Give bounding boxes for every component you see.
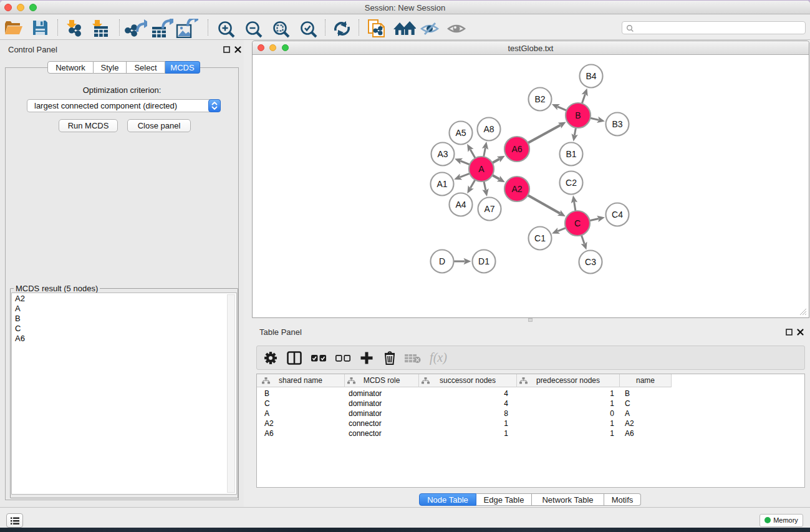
import-table[interactable] — [91, 19, 111, 37]
show-column[interactable] — [287, 351, 302, 365]
zoom-in[interactable] — [217, 20, 235, 38]
svg-text:A6: A6 — [511, 144, 522, 154]
svg-text:A7: A7 — [484, 204, 494, 214]
new-network[interactable] — [367, 19, 387, 39]
table-toolbar: f(x) — [256, 346, 805, 370]
svg-text:B2: B2 — [534, 94, 545, 104]
svg-text:A4: A4 — [455, 200, 466, 210]
select-all[interactable] — [311, 354, 327, 362]
table-panel: Table Panel f(x) shared name MCDS role s… — [251, 322, 810, 507]
desktop-strip — [0, 528, 810, 532]
svg-text:B1: B1 — [566, 149, 576, 159]
svg-text:A2: A2 — [511, 184, 522, 194]
run-mcds[interactable]: Run MCDS — [59, 119, 118, 132]
export-image[interactable] — [176, 19, 198, 38]
close-panel[interactable]: Close panel — [127, 119, 191, 132]
zoom-out[interactable] — [244, 20, 263, 38]
node-table: shared name MCDS role successor nodes pr… — [256, 374, 805, 488]
delete-table — [405, 353, 421, 363]
export-network[interactable] — [125, 19, 147, 38]
memory-btn[interactable]: Memory — [759, 514, 803, 527]
svg-text:C: C — [574, 218, 581, 228]
fx: f(x) — [426, 350, 451, 366]
criterion-combo[interactable]: largest connected component (directed) — [27, 99, 221, 112]
svg-text:A1: A1 — [436, 179, 447, 189]
statusbar: Memory — [0, 507, 810, 528]
unselect-all[interactable] — [335, 354, 351, 362]
control-panel: Control Panel Network Style Select MCDS … — [0, 40, 244, 507]
search[interactable] — [622, 21, 806, 34]
svg-text:A: A — [478, 164, 485, 174]
show-panel[interactable] — [447, 22, 466, 35]
svg-text:B4: B4 — [586, 71, 596, 81]
titlebar: Session: New Session — [0, 1, 810, 14]
svg-text:A3: A3 — [437, 149, 448, 159]
svg-text:C1: C1 — [534, 233, 546, 243]
network-graph: B4 B2 B B3 A5 A8 A6 A3 B1 A A1 C2 A2 A4 … — [253, 55, 809, 317]
first-neighbors[interactable] — [393, 21, 416, 36]
main-window: Session: New Session — [0, 1, 810, 528]
svg-text:B3: B3 — [612, 119, 622, 129]
export-table[interactable] — [151, 19, 173, 38]
table-tabs: Node Table Edge Table Network Table Moti… — [419, 493, 641, 506]
refresh[interactable] — [333, 20, 351, 37]
new-function[interactable] — [360, 351, 374, 365]
zoom-fit[interactable] — [272, 20, 290, 38]
hide-panel[interactable] — [420, 22, 440, 36]
mcds-result: MCDS result (5 nodes) A2 A B C A6 — [10, 288, 238, 498]
toolbar — [0, 15, 810, 40]
svg-text:C2: C2 — [566, 178, 577, 188]
zoom-selected[interactable] — [299, 20, 317, 38]
cytoscape-session: Session: New Session — [0, 0, 810, 532]
table-settings[interactable] — [264, 351, 277, 365]
svg-text:A5: A5 — [455, 128, 466, 138]
svg-text:A8: A8 — [483, 124, 494, 134]
delete-column[interactable] — [383, 351, 396, 365]
log-btn[interactable] — [6, 513, 23, 528]
cp-tabs: Network Style Select MCDS — [47, 61, 200, 74]
svg-text:D: D — [439, 256, 445, 266]
svg-text:B: B — [575, 110, 581, 120]
svg-text:D1: D1 — [478, 256, 489, 266]
network-window: testGlobe.txt B4 B2 B B3 A5 A8 A6 A3 B1 … — [252, 41, 809, 318]
svg-text:f(x): f(x) — [430, 351, 447, 365]
open-file[interactable] — [4, 20, 24, 36]
import-network[interactable] — [65, 19, 85, 37]
save[interactable] — [32, 19, 49, 36]
svg-text:C4: C4 — [612, 210, 623, 220]
svg-text:C3: C3 — [585, 257, 596, 267]
